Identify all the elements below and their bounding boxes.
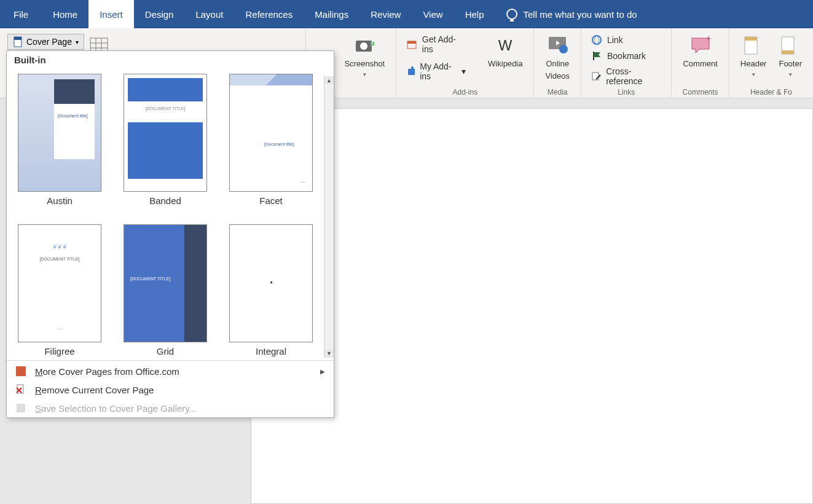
thumbnail-label: Grid — [157, 346, 174, 356]
tab-mailings[interactable]: Mailings — [304, 0, 359, 28]
tab-view[interactable]: View — [412, 0, 454, 28]
svg-text:+: + — [706, 34, 711, 43]
more-cover-pages-menuitem[interactable]: More Cover Pages from Office.com ▶ — [7, 362, 334, 380]
tab-layout[interactable]: Layout — [184, 0, 234, 28]
tell-me-label: Tell me what you want to do — [524, 9, 637, 20]
header-button[interactable]: Header ▾ — [737, 33, 771, 79]
thumbnail-integral — [229, 224, 313, 342]
get-addins-label: Get Add-ins — [422, 34, 466, 54]
comment-button[interactable]: + Comment — [679, 33, 721, 70]
wikipedia-icon: W — [494, 34, 516, 57]
save-selection-menuitem: Save Selection to Cover Page Gallery... — [7, 399, 334, 417]
scroll-down-arrow[interactable]: ▼ — [324, 349, 334, 358]
link-icon — [591, 34, 602, 45]
svg-rect-25 — [745, 37, 757, 41]
group-label-headerfooter: Header & Fo — [750, 88, 792, 96]
cover-page-dropdown: Built-in [Document title] Austin [DOCUME… — [6, 50, 334, 418]
svg-marker-20 — [594, 52, 600, 57]
thumbnail-label: Austin — [47, 195, 73, 206]
svg-text:W: W — [498, 37, 513, 53]
cover-page-label: Cover Page — [26, 37, 72, 47]
camera-icon: + — [353, 34, 375, 57]
cover-page-option-austin[interactable]: [Document title] Austin — [18, 74, 101, 206]
cover-page-option-integral[interactable]: Integral — [229, 224, 313, 356]
screenshot-button[interactable]: + Screenshot ▾ — [340, 33, 388, 79]
footer-button[interactable]: Footer ▾ — [775, 33, 806, 79]
wikipedia-button[interactable]: W Wikipedia — [484, 33, 526, 70]
chevron-down-icon: ▾ — [461, 66, 466, 76]
lightbulb-icon — [506, 9, 517, 20]
svg-rect-12 — [407, 41, 416, 44]
thumbnail-label: Facet — [259, 195, 283, 206]
group-label-links: Links — [618, 88, 635, 96]
cover-page-option-grid[interactable]: [DOCUMENT TITLE] Grid — [124, 224, 207, 356]
dropdown-section-header: Built-in — [7, 51, 334, 69]
document-page[interactable] — [251, 108, 813, 504]
bookmark-label: Bookmark — [607, 51, 646, 61]
svg-point-8 — [360, 42, 367, 50]
svg-point-18 — [594, 36, 599, 44]
tab-file[interactable]: File — [0, 0, 42, 28]
tab-insert[interactable]: Insert — [88, 0, 134, 28]
remove-page-icon — [15, 384, 26, 395]
chevron-down-icon: ▾ — [752, 71, 755, 78]
tab-design[interactable]: Design — [134, 0, 185, 28]
group-label-comments: Comments — [683, 88, 718, 96]
dropdown-gallery: [Document title] Austin [DOCUMENT TITLE]… — [7, 69, 334, 359]
comment-icon: + — [689, 34, 712, 57]
svg-point-17 — [592, 36, 601, 44]
cross-reference-button[interactable]: Cross-reference — [589, 65, 664, 87]
header-label: Header — [740, 59, 767, 69]
cover-page-option-facet[interactable]: [Document title]—— Facet — [229, 74, 313, 206]
svg-text:+: + — [371, 41, 374, 46]
cover-page-option-filigree[interactable]: ❦❦❦[DOCUMENT TITLE]—— Filigree — [18, 224, 101, 356]
cover-page-icon — [13, 36, 23, 47]
group-label-addins: Add-ins — [452, 88, 477, 96]
header-icon — [742, 34, 764, 57]
title-bar: File Home Insert Design Layout Reference… — [0, 0, 813, 28]
thumbnail-banded: [DOCUMENT TITLE] — [124, 74, 207, 192]
screenshot-label: Screenshot — [344, 59, 385, 69]
thumbnail-label: Integral — [256, 346, 286, 356]
cover-page-option-banded[interactable]: [DOCUMENT TITLE] Banded — [124, 74, 207, 206]
tab-home[interactable]: Home — [42, 0, 88, 28]
online-videos-label1: Online — [546, 59, 569, 69]
save-gallery-icon — [15, 403, 26, 414]
chevron-down-icon: ▾ — [363, 71, 366, 78]
thumbnail-filigree: ❦❦❦[DOCUMENT TITLE]—— — [18, 224, 101, 342]
tab-references[interactable]: References — [234, 0, 304, 28]
scroll-up-arrow[interactable]: ▲ — [324, 76, 334, 85]
office-icon — [15, 366, 26, 377]
footer-label: Footer — [779, 59, 802, 69]
cover-page-button[interactable]: Cover Page ▾ — [7, 34, 84, 50]
cross-reference-label: Cross-reference — [606, 66, 661, 86]
video-icon — [546, 34, 568, 57]
tab-help[interactable]: Help — [454, 0, 495, 28]
my-addins-button[interactable]: My Add-ins ▾ — [404, 60, 468, 82]
svg-rect-28 — [16, 366, 26, 376]
get-addins-button[interactable]: Get Add-ins — [404, 33, 468, 55]
puzzle-icon — [406, 66, 415, 77]
thumbnail-grid: [DOCUMENT TITLE] — [124, 224, 207, 342]
online-videos-button[interactable]: Online Videos — [541, 33, 573, 82]
thumbnail-austin: [Document title] — [18, 74, 101, 192]
svg-point-15 — [559, 45, 568, 53]
svg-rect-21 — [592, 73, 599, 80]
link-label: Link — [607, 35, 623, 45]
cross-ref-icon — [591, 71, 601, 82]
divider — [7, 360, 334, 361]
bookmark-button[interactable]: Bookmark — [589, 49, 648, 63]
group-label-media: Media — [548, 88, 568, 96]
my-addins-label: My Add-ins — [420, 61, 453, 81]
tell-me-search[interactable]: Tell me what you want to do — [506, 0, 637, 28]
submenu-arrow-icon: ▶ — [320, 368, 325, 375]
chevron-down-icon: ▾ — [789, 71, 792, 78]
wikipedia-label: Wikipedia — [488, 59, 522, 69]
link-button[interactable]: Link — [589, 33, 626, 47]
remove-cover-page-menuitem[interactable]: Remove Current Cover Page — [7, 380, 334, 399]
footer-icon — [779, 34, 801, 57]
online-videos-label2: Videos — [545, 71, 570, 81]
dropdown-scrollbar[interactable]: ▲ ▼ — [324, 76, 334, 358]
comment-label: Comment — [683, 59, 717, 69]
tab-review[interactable]: Review — [359, 0, 412, 28]
